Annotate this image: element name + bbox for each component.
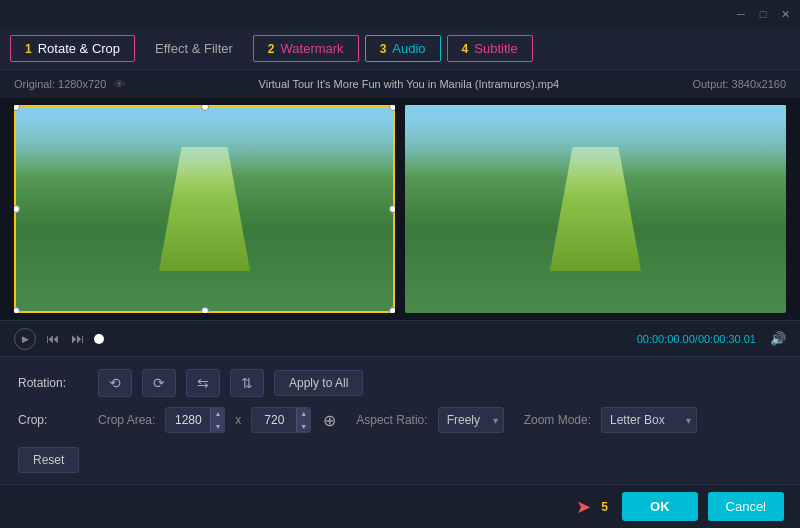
flip-h-icon: ⇆ xyxy=(197,375,209,391)
play-button[interactable]: ▶ xyxy=(14,328,36,350)
controls-area: Rotation: ⟲ ⟳ ⇆ ⇅ Apply to All Crop: Cro… xyxy=(0,356,800,483)
tab-watermark-label: Watermark xyxy=(281,41,344,56)
playback-bar: ▶ ⏮ ⏭ 00:00:00.00/00:00:30.01 🔊 xyxy=(0,320,800,356)
crop-width-down[interactable]: ▼ xyxy=(210,420,224,433)
tab-effect-filter[interactable]: Effect & Filter xyxy=(141,36,247,61)
next-frame-button[interactable]: ⏭ xyxy=(69,329,86,348)
close-button[interactable]: ✕ xyxy=(778,7,792,21)
x-separator: x xyxy=(235,413,241,427)
volume-icon[interactable]: 🔊 xyxy=(770,331,786,346)
tab-rotate-crop-label: Rotate & Crop xyxy=(38,41,120,56)
flip-h-button[interactable]: ⇆ xyxy=(186,369,220,397)
tab-audio[interactable]: 3 Audio xyxy=(365,35,441,62)
right-preview xyxy=(405,105,786,313)
original-resolution: Original: 1280x720 xyxy=(14,78,106,90)
play-icon: ▶ xyxy=(22,334,29,344)
title-bar: ─ □ ✕ xyxy=(0,0,800,28)
zoom-mode-select[interactable]: Letter Box Pan & Scan Full xyxy=(601,407,697,433)
rotate-cw-button[interactable]: ⟳ xyxy=(142,369,176,397)
tab-subtitle[interactable]: 4 Subtitle xyxy=(447,35,533,62)
bottom-bar: ➤ 5 OK Cancel xyxy=(0,484,800,528)
left-preview xyxy=(14,105,395,313)
crop-width-input[interactable] xyxy=(166,413,210,427)
flip-v-icon: ⇅ xyxy=(241,375,253,391)
prev-frame-button[interactable]: ⏮ xyxy=(44,329,61,348)
step5-arrow: ➤ xyxy=(576,496,591,518)
info-bar: Original: 1280x720 👁 Virtual Tour It's M… xyxy=(0,70,800,98)
crop-label: Crop: xyxy=(18,413,88,427)
crop-height-input[interactable] xyxy=(252,413,296,427)
crop-row: Crop: Crop Area: ▲ ▼ x ▲ ▼ ⊕ Aspect Rati… xyxy=(18,407,782,433)
total-time: 00:00:30.01 xyxy=(698,333,756,345)
rotate-cw-icon: ⟳ xyxy=(153,375,165,391)
aspect-ratio-select[interactable]: Freely 16:9 4:3 1:1 9:16 xyxy=(438,407,504,433)
progress-dot[interactable] xyxy=(94,334,104,344)
preview-area xyxy=(0,98,800,320)
tab-bar: 1 Rotate & Crop Effect & Filter 2 Waterm… xyxy=(0,28,800,70)
reset-button[interactable]: Reset xyxy=(18,447,79,473)
reset-row: Reset xyxy=(18,443,782,473)
crop-width-arrows: ▲ ▼ xyxy=(210,407,224,433)
tab-effect-filter-label: Effect & Filter xyxy=(155,41,233,56)
zoom-mode-select-wrap: Letter Box Pan & Scan Full xyxy=(601,407,697,433)
tab-num-2: 2 xyxy=(268,42,275,56)
crop-height-up[interactable]: ▲ xyxy=(296,407,310,420)
crop-height-down[interactable]: ▼ xyxy=(296,420,310,433)
zoom-mode-label: Zoom Mode: xyxy=(524,413,591,427)
output-resolution: Output: 3840x2160 xyxy=(692,78,786,90)
apply-to-all-button[interactable]: Apply to All xyxy=(274,370,363,396)
step5-num: 5 xyxy=(601,500,608,514)
crop-center-icon[interactable]: ⊕ xyxy=(323,411,336,430)
maximize-button[interactable]: □ xyxy=(756,7,770,21)
tab-audio-label: Audio xyxy=(392,41,425,56)
rotate-ccw-icon: ⟲ xyxy=(109,375,121,391)
cancel-button[interactable]: Cancel xyxy=(708,492,784,521)
tab-rotate-crop[interactable]: 1 Rotate & Crop xyxy=(10,35,135,62)
rotation-row: Rotation: ⟲ ⟳ ⇆ ⇅ Apply to All xyxy=(18,369,782,397)
filename: Virtual Tour It's More Fun with You in M… xyxy=(125,78,692,90)
tab-num-4: 4 xyxy=(462,42,469,56)
tab-num-1: 1 xyxy=(25,42,32,56)
time-display: 00:00:00.00/00:00:30.01 xyxy=(112,333,756,345)
minimize-button[interactable]: ─ xyxy=(734,7,748,21)
crop-height-arrows: ▲ ▼ xyxy=(296,407,310,433)
tab-subtitle-label: Subtitle xyxy=(474,41,517,56)
ok-button[interactable]: OK xyxy=(622,492,698,521)
current-time: 00:00:00.00 xyxy=(637,333,695,345)
tab-watermark[interactable]: 2 Watermark xyxy=(253,35,359,62)
flip-v-button[interactable]: ⇅ xyxy=(230,369,264,397)
aspect-ratio-select-wrap: Freely 16:9 4:3 1:1 9:16 xyxy=(438,407,504,433)
crop-height-input-wrap: ▲ ▼ xyxy=(251,407,311,433)
aspect-ratio-label: Aspect Ratio: xyxy=(356,413,427,427)
tab-num-3: 3 xyxy=(380,42,387,56)
crop-width-up[interactable]: ▲ xyxy=(210,407,224,420)
crop-width-input-wrap: ▲ ▼ xyxy=(165,407,225,433)
rotation-label: Rotation: xyxy=(18,376,88,390)
crop-area-label: Crop Area: xyxy=(98,413,155,427)
rotate-ccw-button[interactable]: ⟲ xyxy=(98,369,132,397)
